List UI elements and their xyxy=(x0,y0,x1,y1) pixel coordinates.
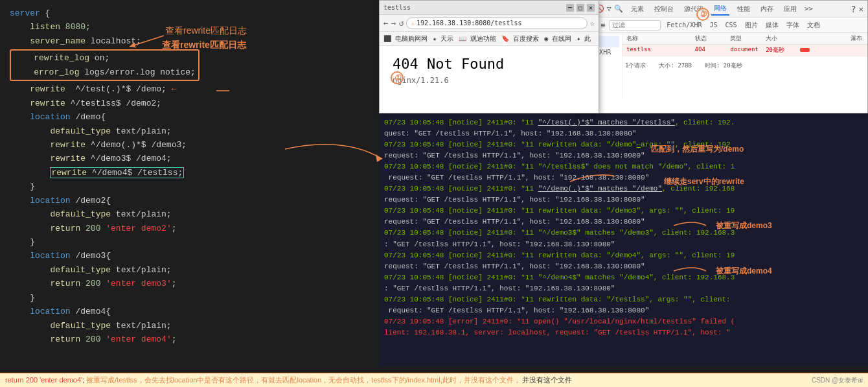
not-found-title: 404 Not Found xyxy=(393,56,586,72)
log-line: request: "GET /testlss HTTP/1.1", host: … xyxy=(384,172,863,183)
log-line: 07/23 10:05:48 [notice] 2411#0: *11 rewr… xyxy=(384,294,863,305)
browser-404-window: testlss ─ □ ✕ ← → ↺ ⚠ 192.168.38.130:808… xyxy=(379,0,599,113)
code-line: error_log logs/error.log notice; xyxy=(14,65,196,79)
bookmark-item[interactable]: ◉ 在线网 xyxy=(544,34,571,43)
log-line: quest: "GET /testlss HTTP/1.1", host: "1… xyxy=(384,128,863,139)
bookmark-item[interactable]: 📖 观迪功能 xyxy=(459,34,496,43)
bottom-orange-text: 被重写成/testlss，会先去找location中是否有这个路径，有就去匹配l… xyxy=(86,376,520,384)
tab-elements[interactable]: 元素 xyxy=(628,3,646,15)
log-line: 07/23 10:05:48 [notice] 2411#0: *11 "^/t… xyxy=(384,161,863,172)
net-row-name: testlss xyxy=(625,46,694,54)
code-line: default_type text/plain; xyxy=(10,263,369,277)
circle-2: ② xyxy=(696,8,709,21)
net-row-size: 20毫秒 xyxy=(764,46,800,54)
more-tabs-icon[interactable]: >> xyxy=(805,5,813,13)
code-line: rewrite ^/demo3$ /demo4; xyxy=(10,152,369,165)
bookmark-star-icon[interactable]: ☆ xyxy=(590,19,595,28)
net-filter-js[interactable]: JS xyxy=(707,21,719,29)
log-line: 07/23 10:05:48 [notice] 2411#0: *11 "^/t… xyxy=(384,117,863,128)
maximize-button[interactable]: □ xyxy=(577,4,584,12)
code-line: default_type text/plain; xyxy=(10,124,369,138)
code-line: return 200 'enter demo3'; xyxy=(10,277,369,290)
devtools-search-icon[interactable]: 🔍 xyxy=(614,5,623,13)
col-type: 类型 xyxy=(729,34,764,43)
net-filter-doc[interactable]: 文档 xyxy=(805,20,822,30)
back-button[interactable]: ← xyxy=(383,18,389,28)
devtools-close-icon[interactable]: ✕ xyxy=(859,5,863,14)
code-line: return 200 'enter demo4'; xyxy=(10,333,369,346)
log-line: 07/23 10:05:48 [notice] 2411#0: *11 rewr… xyxy=(384,139,863,150)
bottom-suffix: 并没有这个文件 xyxy=(522,375,572,385)
log-line: request: "GET /testlss HTTP/1.1", host: … xyxy=(384,150,863,161)
devtools-toolbar: 🚫 ▽ 🔍 元素 控制台 源代码 网络 性能 内存 应用 >> ? ✕ xyxy=(571,1,867,18)
address-bar[interactable]: ⚠ 192.168.38.130:8080/testlss xyxy=(406,18,587,29)
bottom-annotation-bar: return 200 'enter demo4'; 被重写成/testlss，会… xyxy=(0,373,868,387)
net-filter-font[interactable]: 字体 xyxy=(784,20,801,30)
net-filter-input[interactable] xyxy=(609,20,661,30)
net-row-bar xyxy=(800,46,865,54)
code-line: location /demo{ xyxy=(10,110,369,124)
net-filter-img[interactable]: 图片 xyxy=(743,20,760,30)
devtools-panel: 🚫 ▽ 🔍 元素 控制台 源代码 网络 性能 内存 应用 >> ? ✕ ⬤ 🚫 … xyxy=(570,0,868,113)
lock-icon: ⚠ xyxy=(411,20,414,27)
bookmark-item[interactable]: 🔖 百度搜索 xyxy=(501,34,539,43)
devtools-help-icon[interactable]: ? xyxy=(851,4,856,14)
log-line: request: "GET /testlss HTTP/1.1", host: … xyxy=(384,217,863,228)
log-line: 07/23 10:05:48 [notice] 2411#0: *11 "^/d… xyxy=(384,183,863,194)
rewrite-demo4-annotation: 被重写成demo4 xyxy=(716,266,772,277)
col-status: 状态 xyxy=(694,34,729,43)
network-content: 全部 Fetch/XHR JS CSS 名称 状态 类型 大小 瀑布 testl… xyxy=(571,33,867,99)
code-line: } xyxy=(10,235,369,249)
network-toolbar: ⬤ 🚫 ≡ Fetch/XHR JS CSS 图片 媒体 字体 文档 xyxy=(571,18,867,33)
net-size-total: 大小: 278B xyxy=(659,62,692,70)
tab-perf[interactable]: 性能 xyxy=(735,3,753,15)
network-summary: 1个请求 大小: 278B 时间: 20毫秒 xyxy=(622,56,867,75)
net-time-total: 时间: 20毫秒 xyxy=(705,62,742,70)
tab-network[interactable]: 网络 xyxy=(711,3,729,16)
code-line: default_type text/plain; xyxy=(10,319,369,333)
bottom-text-label: return 200 'enter demo4'; 被重写成/testlss，会… xyxy=(5,375,521,385)
code-line: return 200 'enter demo2'; xyxy=(10,222,369,235)
code-line: } xyxy=(10,180,369,193)
rewrite-demo3-annotation: 被重写成demo3 xyxy=(716,220,772,231)
log-line: 07/23 10:05:48 [notice] 2411#0: *11 rewr… xyxy=(384,250,863,261)
code-line: rewrite ^/demo(.)*$ /demo3; xyxy=(10,138,369,152)
forward-button[interactable]: → xyxy=(391,18,396,28)
devtools-filter-icon[interactable]: ▽ xyxy=(607,5,611,13)
log-line: request: "GET /testlss HTTP/1.1", host: … xyxy=(384,194,863,205)
circle-1: ① xyxy=(391,71,404,84)
bookmark-item[interactable]: ★ 天示 xyxy=(433,34,453,43)
rewrite-log-annotation: 查看rewrite匹配日志 xyxy=(162,38,246,52)
log-line: : "GET /testlss HTTP/1.1", host: "192.16… xyxy=(384,283,863,294)
log-line: request: "GET /testlss HTTP/1.1", host: … xyxy=(384,305,863,316)
code-line: server { xyxy=(10,6,369,20)
bookmark-item[interactable]: ⬛ 电脑购网网 xyxy=(383,34,428,43)
log-line: 07/23 10:05:48 [notice] 2411#0: *11 rewr… xyxy=(384,205,863,217)
col-timeline: 瀑布 xyxy=(800,34,865,43)
annotation-circle-2: ② xyxy=(696,8,709,21)
close-button[interactable]: ✕ xyxy=(587,4,595,12)
highlight-block: rewrite_log on; error_log logs/error.log… xyxy=(10,49,200,81)
code-line: default_type text/plain; xyxy=(10,207,369,221)
net-filter-media[interactable]: 媒体 xyxy=(764,20,781,30)
net-filter-icon[interactable]: ≡ xyxy=(600,21,605,30)
right-panel: testlss ─ □ ✕ ← → ↺ ⚠ 192.168.38.130:808… xyxy=(379,0,868,387)
net-row-status: 404 xyxy=(694,46,729,54)
annotation-circle-1: ① xyxy=(391,71,404,84)
net-bar-fill xyxy=(800,48,810,52)
bookmark-item[interactable]: ✦ 此 xyxy=(577,34,591,43)
reload-button[interactable]: ↺ xyxy=(399,18,404,28)
net-filter-css[interactable]: CSS xyxy=(723,21,738,29)
minimize-button[interactable]: ─ xyxy=(566,4,574,12)
code-line: listen 8080; xyxy=(10,20,369,34)
code-line: rewrite ^/testlss$ /demo2; xyxy=(10,97,369,110)
tab-console[interactable]: 控制台 xyxy=(652,3,676,15)
nginx-version: nginx/1.21.6 xyxy=(393,76,586,85)
log-line: request: "GET /testlss HTTP/1.1", host: … xyxy=(384,261,863,272)
network-main: 名称 状态 类型 大小 瀑布 testlss 404 document 20毫秒 xyxy=(622,33,867,99)
net-filter-fetch[interactable]: Fetch/XHR xyxy=(665,21,703,29)
tab-memory[interactable]: 内存 xyxy=(758,3,776,15)
tab-application[interactable]: 应用 xyxy=(781,3,799,15)
network-row-testlss[interactable]: testlss 404 document 20毫秒 xyxy=(622,45,867,56)
log-line: lient: 192.168.38.1, server: localhost, … xyxy=(384,327,863,338)
